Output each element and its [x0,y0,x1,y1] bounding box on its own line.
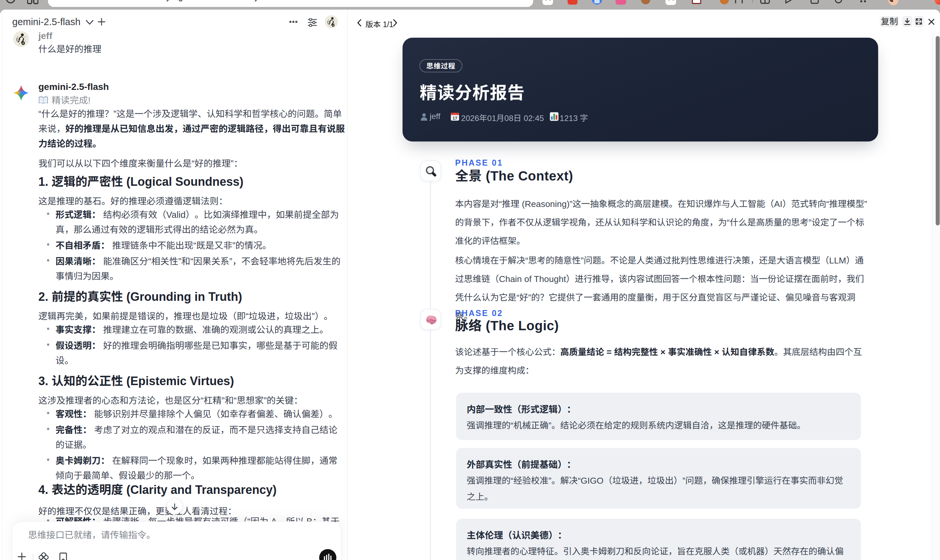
svg-text:17: 17 [453,116,457,121]
